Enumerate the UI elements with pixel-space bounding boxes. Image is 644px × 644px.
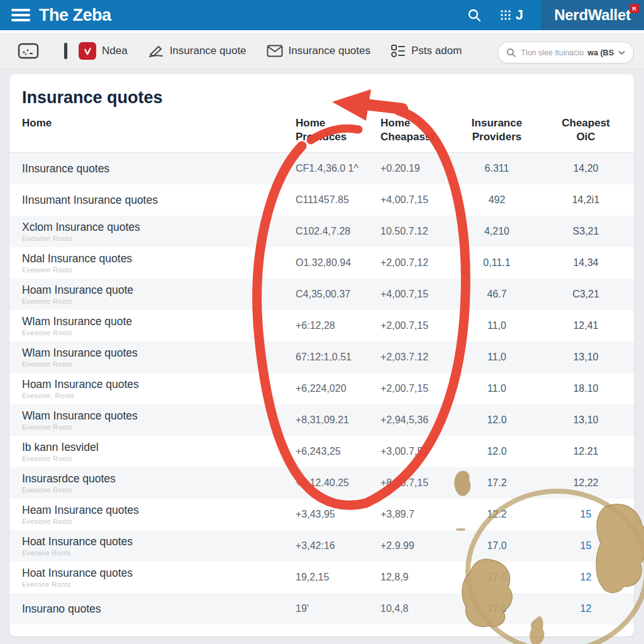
search-filter-value: wa (BS [587, 48, 614, 57]
quote-name: IInsumant Insurance quotes [22, 194, 296, 206]
table-row[interactable]: Hoat Insurance quotes Everone Roots 19,2… [9, 562, 634, 593]
quote-name: Heam Insurance quotes [22, 504, 296, 516]
home-cheapassl-value: 10,4,8 [380, 603, 456, 614]
page-title: Insurance quotes [22, 88, 634, 108]
table-row[interactable]: Insurano quotes 19' 10,4,8 17.0 12 [9, 593, 634, 625]
insurance-providers-value: 12.0 [456, 446, 538, 457]
table-row[interactable]: Hoam Insurance quotes Evesone, Roots +6,… [9, 373, 634, 404]
home-cheapassl-value: +4,00.7,15 [380, 194, 456, 206]
insurance-providers-value: 17.2 [456, 477, 538, 489]
table-row[interactable]: Ib kann Iesvidel Evesone Roots +6,243,25… [9, 436, 634, 467]
quote-subtitle: Evesone Roots [22, 423, 296, 431]
table-row[interactable]: Hoat Insurance quotes Everane Ruots +3,4… [9, 530, 634, 562]
search-icon [506, 47, 516, 58]
brand-logo[interactable]: The Zeba [39, 6, 111, 25]
home-providers-value: +6,224,020 [296, 383, 380, 394]
home-cheapassl-value: +3,89.7 [380, 509, 456, 520]
cheapest-value[interactable]: 12 [538, 603, 634, 614]
home-providers-value: C102.4,7.28 [296, 226, 380, 237]
table-row[interactable]: Insurasrdce quotes Evesone Roots +6,12.4… [9, 467, 634, 499]
table-row[interactable]: Heam Insurance quotes Evesone Roots +3,4… [9, 499, 634, 530]
insurance-providers-value: 17.0 [456, 540, 538, 552]
quote-subtitle: Evesone Roots [22, 297, 296, 305]
envelope-icon [267, 45, 283, 57]
toolbar-item-psts[interactable]: Psts adom [391, 44, 462, 58]
hamburger-menu-icon[interactable] [11, 6, 30, 25]
home-cheapassl-value: +2,00.7,15 [380, 383, 456, 394]
column-header-home: Home [9, 116, 296, 130]
table-row[interactable]: Wlam Insurance quotes Evesone Roots +8,3… [9, 404, 634, 436]
toolbar: Ndea Insurance quote Insurance quotes Ps… [0, 30, 644, 69]
toolbar-separator [64, 43, 67, 59]
table-header-row: Home HomeProvidces HomeCheapassl Insuran… [9, 116, 634, 152]
cheapest-value: S3,21 [538, 226, 634, 237]
cheapest-value: 12,22 [538, 477, 634, 489]
home-providers-value: +3,43,95 [296, 509, 380, 520]
ndea-app-icon [79, 42, 96, 60]
quote-name: Ndal Insurance quotes [22, 252, 296, 265]
home-cheapassl-value: 12,8,9 [380, 572, 456, 583]
quote-name: Hoat Insurance quotes [22, 535, 296, 548]
top-navigation-bar: The Zeba J NerdWallet R [0, 0, 644, 30]
toolbar-item-ndea[interactable]: Ndea [79, 42, 128, 60]
table-row[interactable]: IInsumant Insurance quotes C111457.85 +4… [9, 184, 634, 216]
home-cheapassl-value: +3,00.7,51 [380, 446, 456, 457]
insurance-providers-value: 17.0 [456, 572, 538, 583]
insurance-providers-value: 12.0 [456, 414, 538, 426]
toolbar-item-apps[interactable] [18, 42, 39, 60]
toolbar-item-insurance-quotes[interactable]: Insurance quotes [267, 45, 370, 57]
nerdwallet-logo[interactable]: NerdWallet R [541, 0, 644, 30]
cheapest-value: C3,21 [538, 289, 634, 300]
cheapest-value: 18.10 [538, 383, 634, 394]
home-cheapassl-value: 10.50.7.12 [380, 226, 456, 237]
toolbar-search-input[interactable]: Tlon slee ltuinacio wa (BS [497, 42, 634, 64]
cheapest-value[interactable]: 15 [538, 540, 634, 552]
quote-name: Wlam Insurance quotes [22, 409, 296, 422]
column-header-home-cheapassl: HomeCheapassl [380, 116, 456, 145]
search-placeholder: Tlon slee ltuinacio [521, 48, 584, 57]
home-cheapassl-value: +2,03.7.12 [380, 352, 456, 363]
home-providers-value: +6,12.40.25 [296, 477, 380, 489]
home-providers-value: CF1.4,36.0 1^ [296, 163, 380, 174]
table-row[interactable]: Wlam Insurance quotes Evesone Roots 67:1… [9, 341, 634, 373]
quote-subtitle: Everane Ruots [22, 549, 296, 557]
insurance-providers-value: 12.2 [456, 509, 538, 520]
insurance-providers-value: 11.0 [456, 383, 538, 394]
table-row[interactable]: Wlam Insurance quote Evesone Roots +6:12… [9, 310, 634, 341]
quote-name: Insurasrdce quotes [22, 472, 296, 485]
table-row[interactable]: IInsurance quotes CF1.4,36.0 1^ +0.20.19… [9, 153, 634, 184]
insurance-quotes-card: Insurance quotes Home HomeProvidces Home… [9, 74, 634, 636]
grid-letter: J [516, 7, 523, 23]
table-row[interactable]: Ndal Insurance quotes Evesone Roots O1.3… [9, 247, 634, 279]
home-cheapassl-value: +4,00.7,15 [380, 289, 456, 300]
toolbar-item-insurance-quote[interactable]: Insurance quote [148, 43, 247, 58]
quote-name: Wlam Insurance quotes [22, 347, 296, 359]
quote-name: Wlam Insurance quote [22, 315, 296, 328]
cheapest-value[interactable]: 12 [538, 572, 634, 583]
home-providers-value: +3,42:16 [296, 540, 380, 552]
home-providers-value: 67:12:1,0.51 [296, 352, 380, 363]
cheapest-value: 14,34 [538, 257, 634, 269]
search-icon[interactable] [467, 8, 482, 23]
home-cheapassl-value: +2,00.7,15 [380, 320, 456, 331]
insurance-providers-value: 6.311 [456, 163, 538, 174]
chevron-down-icon[interactable] [618, 48, 626, 57]
insurance-providers-value: 0,11.1 [456, 257, 538, 269]
apps-grid-icon[interactable]: J [499, 7, 523, 23]
home-cheapassl-value: +2,94,5,36 [380, 414, 456, 426]
cheapest-value[interactable]: 15 [538, 509, 634, 520]
home-cheapassl-value: +2,00.7,12 [380, 257, 456, 269]
column-header-cheapest: CheapestOiC [538, 116, 634, 145]
form-icon [391, 44, 406, 58]
cheapest-value: 12,41 [538, 320, 634, 331]
table-row[interactable]: Hoam Insurance quote Evesone Roots C4,35… [9, 279, 634, 310]
quote-subtitle: Everone Roots [22, 580, 296, 588]
cheapest-value: 13,10 [538, 414, 634, 426]
home-providers-value: +6:12,28 [296, 320, 380, 331]
cheapest-value: 14,2i1 [538, 194, 634, 206]
home-providers-value: +6,243,25 [296, 446, 380, 457]
quote-subtitle: Evesone Roots [22, 518, 296, 525]
quote-name: Xclom Insurance quotes [22, 221, 296, 233]
table-row[interactable]: Xclom Insurance quotes Evesone Roots C10… [9, 216, 634, 247]
quote-name: Hoat Insurance quotes [22, 567, 296, 579]
